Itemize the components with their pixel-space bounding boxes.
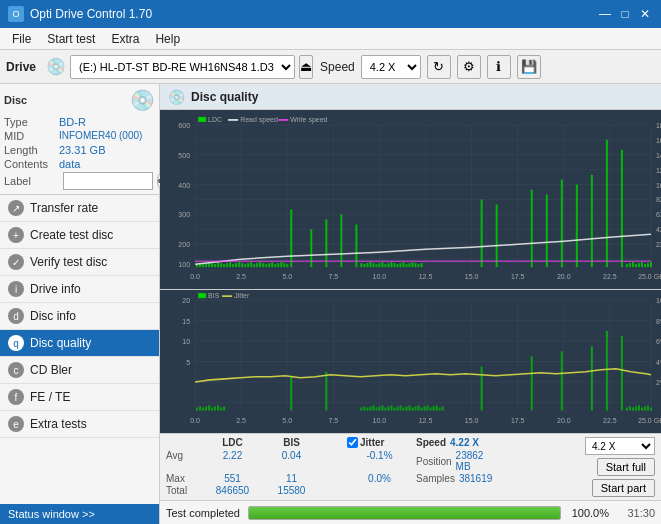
- sidebar-label-drive-info: Drive info: [30, 282, 81, 296]
- svg-rect-29: [217, 262, 219, 267]
- svg-text:4X: 4X: [656, 226, 661, 233]
- sidebar: Disc 💿 Type BD-R MID INFOMER40 (000) Len…: [0, 84, 160, 524]
- progress-bar-fill: [249, 507, 560, 519]
- sidebar-item-transfer-rate[interactable]: ↗ Transfer rate: [0, 195, 159, 222]
- stats-speed-select[interactable]: 4.2 X: [585, 437, 655, 455]
- start-full-button[interactable]: Start full: [597, 458, 655, 476]
- svg-text:10%: 10%: [656, 297, 661, 305]
- svg-text:Write speed: Write speed: [290, 116, 327, 124]
- svg-text:20.0: 20.0: [557, 417, 571, 425]
- svg-text:12X: 12X: [656, 167, 661, 174]
- cd-bler-icon: c: [8, 362, 24, 378]
- svg-rect-169: [372, 405, 374, 410]
- speed-value-display: 4.22 X: [450, 437, 479, 448]
- svg-text:10X: 10X: [656, 182, 661, 189]
- jitter-checkbox-row: Jitter: [347, 437, 412, 448]
- eject-button[interactable]: ⏏: [299, 55, 313, 79]
- app-icon: O: [8, 6, 24, 22]
- speed-label: Speed: [320, 60, 355, 74]
- status-window[interactable]: Status window >>: [0, 504, 159, 524]
- disc-type-value: BD-R: [59, 116, 86, 128]
- svg-rect-194: [629, 406, 631, 410]
- stats-footer: LDC BIS Jitter Speed 4.22 X: [160, 433, 661, 500]
- sidebar-item-fe-te[interactable]: f FE / TE: [0, 384, 159, 411]
- svg-rect-199: [644, 406, 646, 410]
- svg-rect-55: [325, 219, 327, 267]
- lower-chart: 20 15 10 5 10% 8% 6% 4% 2% 0.0 2.5 5.0 7…: [160, 290, 661, 433]
- disc-section-title: Disc: [4, 94, 27, 106]
- sidebar-label-cd-bler: CD Bler: [30, 363, 72, 377]
- disc-mid-value: INFOMER40 (000): [59, 130, 142, 142]
- sidebar-item-disc-quality[interactable]: q Disc quality: [0, 330, 159, 357]
- sidebar-item-cd-bler[interactable]: c CD Bler: [0, 357, 159, 384]
- svg-rect-75: [412, 262, 414, 267]
- svg-rect-92: [638, 263, 640, 267]
- disc-type-label: Type: [4, 116, 59, 128]
- app-title: Opti Drive Control 1.70: [30, 7, 152, 21]
- speed-select[interactable]: 4.2 X: [361, 55, 421, 79]
- svg-rect-94: [644, 264, 646, 267]
- disc-label-input[interactable]: [63, 172, 153, 190]
- svg-rect-151: [208, 405, 210, 410]
- sidebar-item-drive-info[interactable]: i Drive info: [0, 276, 159, 303]
- jitter-label: Jitter: [360, 437, 384, 448]
- sidebar-label-disc-info: Disc info: [30, 309, 76, 323]
- refresh-button[interactable]: ↻: [427, 55, 451, 79]
- svg-rect-192: [442, 406, 444, 410]
- svg-rect-195: [632, 407, 634, 410]
- svg-rect-89: [629, 263, 631, 267]
- svg-rect-198: [641, 407, 643, 410]
- svg-rect-150: [205, 406, 207, 410]
- svg-rect-160: [531, 356, 533, 410]
- jitter-checkbox[interactable]: [347, 437, 358, 448]
- maximize-button[interactable]: □: [617, 6, 633, 22]
- svg-rect-70: [396, 264, 398, 267]
- title-bar-left: O Opti Drive Control 1.70: [8, 6, 152, 22]
- menu-file[interactable]: File: [4, 30, 39, 48]
- svg-text:25.0 GB: 25.0 GB: [638, 273, 661, 280]
- sidebar-item-verify-test-disc[interactable]: ✓ Verify test disc: [0, 249, 159, 276]
- sidebar-item-create-test-disc[interactable]: + Create test disc: [0, 222, 159, 249]
- svg-rect-47: [271, 262, 273, 267]
- svg-rect-79: [481, 200, 483, 268]
- disc-contents-row: Contents data: [4, 158, 155, 170]
- svg-rect-157: [290, 377, 292, 411]
- svg-rect-64: [378, 263, 380, 267]
- start-part-button[interactable]: Start part: [592, 479, 655, 497]
- sidebar-item-disc-info[interactable]: d Disc info: [0, 303, 159, 330]
- disc-quality-header: 💿 Disc quality: [160, 84, 661, 110]
- drive-info-icon: i: [8, 281, 24, 297]
- svg-rect-65: [381, 262, 383, 267]
- close-button[interactable]: ✕: [637, 6, 653, 22]
- svg-rect-39: [247, 263, 249, 267]
- menu-extra[interactable]: Extra: [103, 30, 147, 48]
- svg-rect-148: [199, 406, 201, 410]
- info-button[interactable]: ℹ: [487, 55, 511, 79]
- settings-button[interactable]: ⚙: [457, 55, 481, 79]
- svg-rect-168: [369, 406, 371, 410]
- svg-text:Jitter: Jitter: [234, 292, 250, 300]
- total-bis: 15580: [264, 485, 319, 496]
- svg-rect-178: [399, 405, 401, 410]
- minimize-button[interactable]: —: [597, 6, 613, 22]
- svg-text:15.0: 15.0: [465, 273, 479, 280]
- disc-mid-row: MID INFOMER40 (000): [4, 130, 155, 142]
- svg-rect-27: [211, 263, 213, 267]
- menu-help[interactable]: Help: [147, 30, 188, 48]
- svg-text:15.0: 15.0: [465, 417, 479, 425]
- menu-start-test[interactable]: Start test: [39, 30, 103, 48]
- svg-rect-186: [424, 406, 426, 410]
- svg-rect-171: [378, 406, 380, 410]
- svg-text:8X: 8X: [656, 197, 661, 204]
- drive-select[interactable]: (E:) HL-DT-ST BD-RE WH16NS48 1.D3: [70, 55, 295, 79]
- svg-rect-46: [268, 263, 270, 267]
- svg-rect-49: [277, 263, 279, 267]
- sidebar-item-extra-tests[interactable]: e Extra tests: [0, 411, 159, 438]
- status-text: Test completed: [166, 507, 240, 519]
- samples-value: 381619: [459, 473, 492, 484]
- svg-rect-80: [496, 204, 498, 267]
- save-button[interactable]: 💾: [517, 55, 541, 79]
- svg-text:2X: 2X: [656, 241, 661, 248]
- svg-text:22.5: 22.5: [603, 273, 617, 280]
- svg-rect-48: [274, 264, 276, 267]
